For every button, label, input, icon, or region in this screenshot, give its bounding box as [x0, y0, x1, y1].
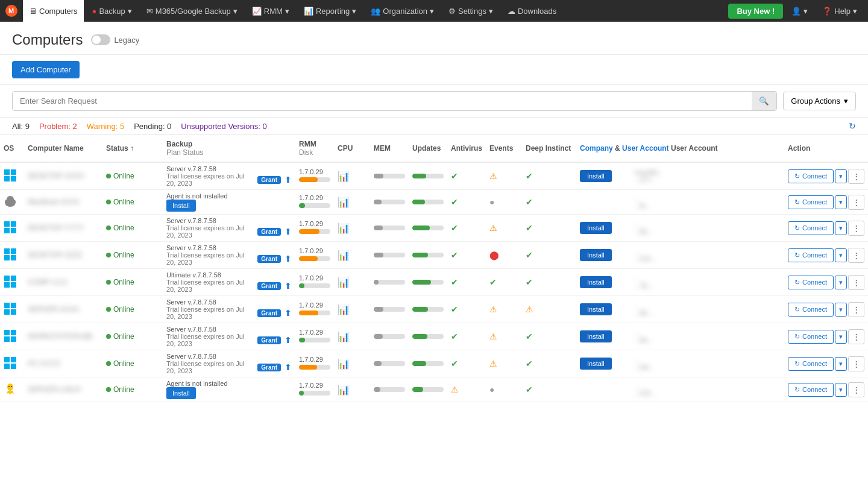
connect-dropdown-button[interactable]: ▾ — [835, 276, 847, 289]
more-actions-button[interactable]: ⋮ — [848, 275, 864, 290]
upload-icon[interactable]: ⬆ — [285, 175, 292, 184]
buy-new-button[interactable]: Buy New ! — [728, 4, 783, 19]
connect-dropdown-button[interactable]: ▾ — [835, 195, 847, 209]
grant-badge[interactable]: Grant — [257, 336, 281, 344]
rmm-stats-icon[interactable]: 📊 — [338, 171, 350, 181]
connect-dropdown-button[interactable]: ▾ — [835, 169, 847, 183]
upload-icon[interactable]: ⬆ — [285, 308, 292, 318]
legacy-toggle[interactable]: Legacy — [91, 34, 139, 45]
legacy-switch[interactable] — [91, 34, 110, 45]
connect-dropdown-button[interactable]: ▾ — [835, 221, 847, 235]
grant-badge[interactable]: Grant — [257, 255, 281, 263]
nav-m365[interactable]: ✉ M365/Google Backup ▾ — [140, 0, 244, 22]
connect-button[interactable]: ↻ Connect — [788, 357, 834, 371]
computer-name[interactable]: DESKTOP-ZZZZ — [28, 251, 82, 259]
rmm-stats-icon[interactable]: 📊 — [338, 277, 350, 288]
rmm-stats-icon[interactable]: 📊 — [338, 385, 350, 395]
rmm-stats-icon[interactable]: 📊 — [338, 304, 350, 315]
organization-chevron-icon: ▾ — [430, 7, 434, 16]
more-actions-button[interactable]: ⋮ — [848, 195, 864, 210]
search-input[interactable] — [13, 92, 752, 110]
computer-name[interactable]: MacBook-XXXX — [28, 198, 80, 206]
connect-icon: ↻ — [794, 386, 800, 394]
group-actions-button[interactable]: Group Actions ▾ — [783, 92, 856, 110]
computer-name[interactable]: DESKTOP-XXXX — [28, 172, 84, 180]
upload-icon[interactable]: ⬆ — [285, 281, 292, 291]
deep-instinct-install-button[interactable]: Install — [580, 276, 612, 288]
filter-warning[interactable]: Warning: 5 — [87, 122, 124, 131]
connect-dropdown-button[interactable]: ▾ — [835, 383, 847, 397]
connect-button[interactable]: ↻ Connect — [788, 276, 834, 289]
add-computer-button[interactable]: Add Computer — [12, 61, 80, 78]
rmm-stats-icon[interactable]: 📊 — [338, 359, 350, 369]
upload-icon[interactable]: ⬆ — [285, 362, 292, 372]
connect-button[interactable]: ↻ Connect — [788, 195, 834, 209]
more-actions-button[interactable]: ⋮ — [848, 221, 864, 236]
more-actions-button[interactable]: ⋮ — [848, 169, 864, 184]
more-actions-button[interactable]: ⋮ — [848, 248, 864, 263]
computer-name[interactable]: WORKSTATION-BB — [28, 332, 93, 341]
nav-downloads[interactable]: ☁ Downloads — [502, 0, 562, 22]
computer-name[interactable]: SERVER-LINUX — [28, 385, 81, 394]
more-actions-button[interactable]: ⋮ — [848, 302, 864, 317]
connect-dropdown-button[interactable]: ▾ — [835, 357, 847, 371]
grant-badge[interactable]: Grant — [257, 228, 281, 236]
deep-instinct-install-button[interactable]: Install — [580, 330, 612, 342]
computer-name[interactable]: DESKTOP-YYYY — [28, 224, 84, 232]
nav-organization[interactable]: 👥 Organization ▾ — [365, 0, 440, 22]
connect-button[interactable]: ↻ Connect — [788, 248, 834, 262]
upload-icon[interactable]: ⬆ — [285, 254, 292, 263]
connect-dropdown-button[interactable]: ▾ — [835, 248, 847, 262]
help-menu[interactable]: ❓ Help ▾ — [816, 7, 863, 16]
rmm-stats-icon[interactable]: 📊 — [338, 197, 350, 207]
connect-button[interactable]: ↻ Connect — [788, 303, 834, 317]
svg-rect-24 — [4, 336, 10, 342]
grant-badge[interactable]: Grant — [257, 309, 281, 317]
rmm-stats-icon[interactable]: 📊 — [338, 332, 350, 342]
filter-all[interactable]: All: 9 — [12, 122, 30, 131]
filter-pending[interactable]: Pending: 0 — [134, 122, 171, 131]
connect-dropdown-button[interactable]: ▾ — [835, 330, 847, 344]
rmm-stats-icon[interactable]: 📊 — [338, 250, 350, 260]
rmm-version: 1.7.0.29 — [299, 247, 330, 254]
nav-reporting[interactable]: 📊 Reporting ▾ — [298, 0, 362, 22]
computer-name[interactable]: PC-CCCC — [28, 359, 61, 368]
deep-instinct-install-button[interactable]: Install — [580, 358, 612, 370]
filter-unsupported[interactable]: Unsupported Versions: 0 — [181, 122, 266, 131]
connect-button[interactable]: ↻ Connect — [788, 169, 834, 183]
upload-icon[interactable]: ⬆ — [285, 227, 292, 236]
more-actions-button[interactable]: ⋮ — [848, 382, 864, 397]
company-link[interactable]: Company — [580, 144, 613, 153]
grant-badge[interactable]: Grant — [257, 364, 281, 371]
refresh-icon[interactable]: ↻ — [849, 121, 856, 131]
user-menu[interactable]: 👤 ▾ — [785, 7, 814, 16]
deep-instinct-install-button[interactable]: Install — [580, 222, 612, 234]
user-account-link[interactable]: User Account — [622, 144, 669, 153]
grant-badge[interactable]: Grant — [257, 282, 281, 290]
backup-install-button[interactable]: Install — [166, 387, 196, 399]
nav-computers[interactable]: 🖥 Computers — [23, 0, 84, 22]
connect-dropdown-button[interactable]: ▾ — [835, 303, 847, 317]
col-header-name[interactable]: Computer Name — [24, 135, 102, 162]
connect-button[interactable]: ↻ Connect — [788, 221, 834, 235]
antivirus-cell: ● — [486, 377, 522, 402]
col-header-status[interactable]: Status ↑ — [102, 135, 163, 162]
nav-backup[interactable]: ● Backup ▾ — [86, 0, 138, 22]
deep-instinct-install-button[interactable]: Install — [580, 249, 612, 261]
grant-badge[interactable]: Grant — [257, 176, 281, 184]
connect-button[interactable]: ↻ Connect — [788, 383, 834, 397]
computer-name[interactable]: SERVER-AAAA — [28, 305, 79, 314]
deep-instinct-install-button[interactable]: Install — [580, 170, 612, 182]
connect-button[interactable]: ↻ Connect — [788, 330, 834, 344]
nav-settings[interactable]: ⚙ Settings ▾ — [442, 0, 499, 22]
deep-instinct-install-button[interactable]: Install — [580, 303, 612, 315]
upload-icon[interactable]: ⬆ — [285, 335, 292, 345]
backup-install-button[interactable]: Install — [166, 200, 196, 212]
search-button[interactable]: 🔍 — [752, 92, 776, 110]
filter-problem[interactable]: Problem: 2 — [39, 122, 77, 131]
rmm-stats-icon[interactable]: 📊 — [338, 223, 350, 233]
more-actions-button[interactable]: ⋮ — [848, 356, 864, 371]
more-actions-button[interactable]: ⋮ — [848, 329, 864, 344]
computer-name[interactable]: COMP-1111 — [28, 278, 68, 286]
nav-rmm[interactable]: 📈 RMM ▾ — [246, 0, 295, 22]
